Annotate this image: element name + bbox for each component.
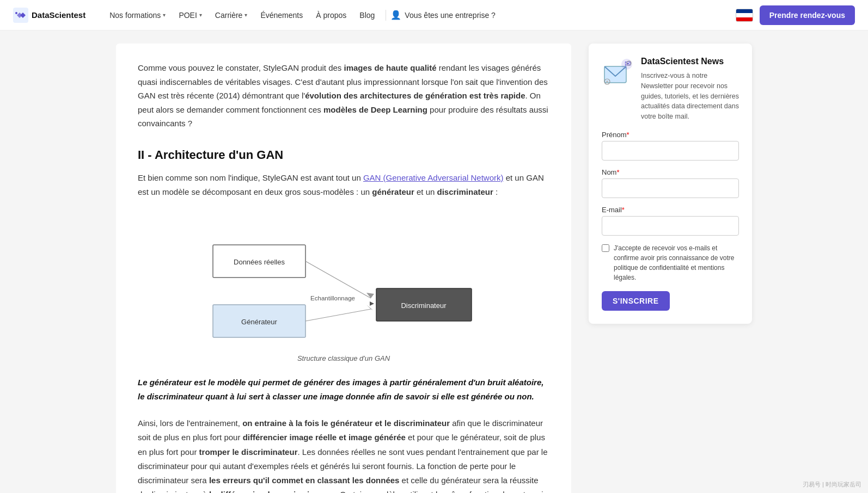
navbar: DataScientest Nos formations ▾ POEI ▾ Ca…: [0, 0, 868, 30]
required-mark: *: [627, 131, 629, 139]
chevron-down-icon: ▾: [199, 12, 202, 18]
section-heading: II - Architecture d'un GAN: [138, 148, 549, 162]
diagram-caption: Structure classique d'un GAN: [297, 354, 390, 362]
sidebar-title-desc: DataScientest News Inscrivez-vous à notr…: [641, 57, 739, 122]
nav-right: Prendre rendez-vous: [736, 5, 855, 25]
svg-text:✉: ✉: [625, 59, 631, 68]
nom-input[interactable]: [602, 178, 739, 198]
consent-checkbox[interactable]: [602, 244, 609, 252]
nav-links: Nos formations ▾ POEI ▾ Carrière ▾ Événe…: [103, 0, 736, 30]
main-content: Comme vous pouvez le constater, StyleGAN…: [116, 44, 571, 493]
sidebar-header: ✉ DataScientest News Inscrivez-vous à no…: [602, 57, 739, 122]
bold-generateur: générateur: [372, 187, 414, 196]
bold-modeles: modèles de Deep Learning: [323, 105, 427, 114]
cta-button[interactable]: Prendre rendez-vous: [760, 5, 855, 25]
required-mark: *: [622, 206, 625, 214]
chevron-down-icon: ▾: [163, 12, 166, 18]
subscribe-button[interactable]: S'INSCRIRE: [602, 291, 670, 311]
nom-field: Nom*: [602, 168, 739, 198]
svg-point-18: [606, 81, 608, 83]
newsletter-form: Prénom* Nom* E-mail*: [602, 131, 739, 311]
prenom-label: Prénom*: [602, 131, 739, 139]
svg-line-6: [305, 261, 371, 298]
body-paragraph-1: Et bien comme son nom l'indique, StyleGA…: [138, 171, 549, 200]
consent-row: J'accepte de recevoir vos e-mails et con…: [602, 243, 739, 282]
email-field: E-mail*: [602, 206, 739, 236]
nav-item-poei[interactable]: POEI ▾: [172, 0, 208, 30]
svg-text:Générateur: Générateur: [241, 318, 277, 326]
prenom-input[interactable]: [602, 141, 739, 161]
svg-point-1: [15, 12, 17, 14]
chevron-down-icon: ▾: [244, 12, 247, 18]
nav-item-evenements[interactable]: Événements: [254, 0, 309, 30]
bold-entraine: on entraine à la fois le générateur et l…: [242, 418, 450, 428]
bold-images: images de haute qualité: [344, 63, 437, 72]
svg-text:Echantillonnage: Echantillonnage: [310, 295, 355, 301]
newsletter-description: Inscrivez-vous à notre Newsletter pour r…: [641, 71, 739, 122]
person-icon: 👤: [390, 10, 401, 20]
nav-divider: [386, 10, 386, 21]
svg-text:Données réelles: Données réelles: [234, 258, 285, 266]
page-layout: Comme vous pouvez le constater, StyleGAN…: [107, 30, 761, 493]
bold-erreurs: les erreurs qu'il commet en classant les…: [209, 476, 400, 485]
language-selector[interactable]: [736, 9, 753, 22]
nav-item-blog[interactable]: Blog: [353, 0, 381, 30]
bold-discriminateur: discriminateur: [437, 187, 493, 196]
logo[interactable]: DataScientest: [13, 8, 85, 23]
body-paragraph-2: Ainsi, lors de l'entrainement, on entrai…: [138, 416, 549, 493]
svg-text:Discriminateur: Discriminateur: [401, 301, 447, 310]
nav-item-formations[interactable]: Nos formations ▾: [103, 0, 172, 30]
email-label: E-mail*: [602, 206, 739, 214]
blockquote: Le générateur est le modèle qui permet d…: [138, 375, 549, 403]
diagram-svg: Données réelles Générateur Echantillonna…: [202, 212, 485, 350]
email-input[interactable]: [602, 216, 739, 236]
watermark: 刃易号 | 时尚玩家岳司: [803, 480, 861, 489]
nom-label: Nom*: [602, 168, 739, 176]
bold-differencier2: le différencier des vraies images: [209, 490, 335, 493]
required-mark: *: [616, 168, 619, 176]
bold-evolution: évolution des architectures de génératio…: [305, 91, 525, 100]
prenom-field: Prénom*: [602, 131, 739, 161]
svg-line-8: [305, 309, 371, 321]
gan-diagram: Données réelles Générateur Echantillonna…: [138, 212, 549, 362]
intro-paragraph: Comme vous pouvez le constater, StyleGAN…: [138, 61, 549, 131]
consent-label: J'accepte de recevoir vos e-mails et con…: [614, 243, 739, 282]
bold-differencier: différencier image réelle et image génér…: [243, 433, 406, 442]
gan-link[interactable]: GAN (Generative Adversarial Network): [363, 173, 504, 182]
svg-marker-7: [366, 293, 374, 298]
logo-text: DataScientest: [32, 10, 85, 20]
newsletter-icon: ✉: [602, 57, 634, 89]
svg-marker-11: [370, 301, 374, 306]
newsletter-widget: ✉ DataScientest News Inscrivez-vous à no…: [589, 44, 752, 324]
sidebar: ✉ DataScientest News Inscrivez-vous à no…: [589, 44, 752, 324]
newsletter-title: DataScientest News: [641, 57, 739, 66]
bold-tromper: tromper le discriminateur: [199, 447, 298, 457]
nav-item-apropos[interactable]: À propos: [309, 0, 353, 30]
enterprise-link[interactable]: 👤 Vous êtes une entreprise ?: [390, 10, 496, 20]
nav-item-carriere[interactable]: Carrière ▾: [209, 0, 254, 30]
